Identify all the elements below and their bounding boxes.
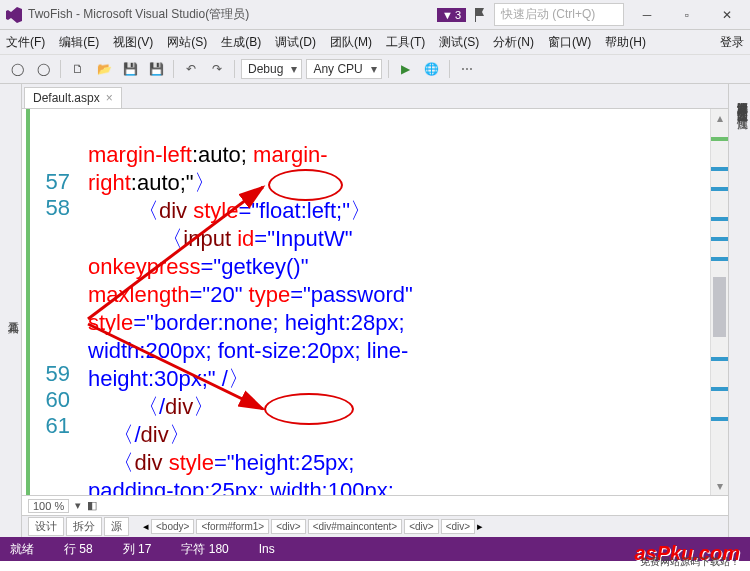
breadcrumb[interactable]: <form#form1> bbox=[196, 519, 269, 534]
breadcrumb[interactable]: <body> bbox=[151, 519, 194, 534]
menu-window[interactable]: 窗口(W) bbox=[548, 34, 591, 51]
browser-icon[interactable]: 🌐 bbox=[421, 58, 443, 80]
breadcrumb[interactable]: <div> bbox=[404, 519, 438, 534]
properties-tab[interactable]: 属性 bbox=[729, 106, 750, 114]
platform-dropdown[interactable]: Any CPU bbox=[306, 59, 381, 79]
menu-site[interactable]: 网站(S) bbox=[167, 34, 207, 51]
editor-tabbar: Default.aspx × bbox=[22, 84, 728, 108]
annotation-circle-1 bbox=[268, 169, 343, 201]
config-dropdown[interactable]: Debug bbox=[241, 59, 302, 79]
breadcrumb[interactable]: <div> bbox=[441, 519, 475, 534]
titlebar: TwoFish - Microsoft Visual Studio(管理员) ▼… bbox=[0, 0, 750, 30]
map-icon[interactable]: ◧ bbox=[87, 499, 97, 512]
crumb-nav-left-icon[interactable]: ◂ bbox=[143, 520, 149, 533]
breadcrumb[interactable]: <div> bbox=[271, 519, 305, 534]
login-link[interactable]: 登录 bbox=[720, 34, 744, 51]
tab-label: Default.aspx bbox=[33, 91, 100, 105]
forward-icon[interactable]: ◯ bbox=[32, 58, 54, 80]
save-all-icon[interactable]: 💾 bbox=[145, 58, 167, 80]
back-icon[interactable]: ◯ bbox=[6, 58, 28, 80]
menu-debug[interactable]: 调试(D) bbox=[275, 34, 316, 51]
redo-icon[interactable]: ↷ bbox=[206, 58, 228, 80]
scroll-down-icon[interactable]: ▾ bbox=[711, 477, 728, 495]
menu-team[interactable]: 团队(M) bbox=[330, 34, 372, 51]
zoom-level[interactable]: 100 % bbox=[28, 499, 69, 513]
status-ready: 就绪 bbox=[10, 541, 34, 558]
run-icon[interactable]: ▶ bbox=[395, 58, 417, 80]
status-char: 字符 180 bbox=[181, 541, 228, 558]
status-ins: Ins bbox=[259, 542, 275, 556]
right-tool-tabs: 解决方案资源管理器 团队资源管理器 属性 bbox=[728, 84, 750, 537]
unknown-icon[interactable]: ⋯ bbox=[456, 58, 478, 80]
notification-badge[interactable]: ▼3 bbox=[437, 8, 466, 22]
tab-split[interactable]: 拆分 bbox=[66, 517, 102, 536]
close-button[interactable]: ✕ bbox=[710, 2, 744, 27]
minimize-button[interactable]: ─ bbox=[630, 2, 664, 27]
solution-explorer-tab[interactable]: 解决方案资源管理器 bbox=[729, 90, 750, 98]
status-col: 列 17 bbox=[123, 541, 152, 558]
editor-zoombar: 100 % ▾ ◧ bbox=[22, 495, 728, 515]
tab-source[interactable]: 源 bbox=[104, 517, 129, 536]
undo-icon[interactable]: ↶ bbox=[180, 58, 202, 80]
editor-tab[interactable]: Default.aspx × bbox=[24, 87, 122, 108]
menu-build[interactable]: 生成(B) bbox=[221, 34, 261, 51]
crumb-nav-right-icon[interactable]: ▸ bbox=[477, 520, 483, 533]
quick-launch-input[interactable]: 快速启动 (Ctrl+Q) bbox=[494, 3, 624, 26]
menu-file[interactable]: 文件(F) bbox=[6, 34, 45, 51]
watermark-text: 免费网站源码下载站！ bbox=[640, 555, 740, 569]
annotation-circle-2 bbox=[264, 393, 354, 425]
editor-view-tabs: 设计 拆分 源 ◂ <body> <form#form1> <div> <div… bbox=[22, 515, 728, 537]
team-explorer-tab[interactable]: 团队资源管理器 bbox=[729, 98, 750, 106]
toolbox-panel-tab[interactable]: 工具箱 bbox=[0, 84, 22, 537]
menu-edit[interactable]: 编辑(E) bbox=[59, 34, 99, 51]
maximize-button[interactable]: ▫ bbox=[670, 2, 704, 27]
line-gutter: 57 58 59 60 61 bbox=[22, 109, 78, 495]
flag-icon[interactable] bbox=[472, 7, 488, 23]
menu-test[interactable]: 测试(S) bbox=[439, 34, 479, 51]
window-title: TwoFish - Microsoft Visual Studio(管理员) bbox=[28, 6, 437, 23]
vs-icon bbox=[6, 7, 22, 23]
toolbar: ◯ ◯ 🗋 📂 💾 💾 ↶ ↷ Debug Any CPU ▶ 🌐 ⋯ bbox=[0, 54, 750, 84]
scroll-thumb[interactable] bbox=[713, 277, 726, 337]
menubar: 文件(F) 编辑(E) 视图(V) 网站(S) 生成(B) 调试(D) 团队(M… bbox=[0, 30, 750, 54]
zoom-dropdown-icon[interactable]: ▾ bbox=[75, 499, 81, 512]
vertical-scrollbar[interactable]: ▴ ▾ bbox=[710, 109, 728, 495]
code-content[interactable]: margin-left:auto; margin- right:auto;"〉 … bbox=[78, 109, 710, 495]
open-icon[interactable]: 📂 bbox=[93, 58, 115, 80]
new-project-icon[interactable]: 🗋 bbox=[67, 58, 89, 80]
menu-analyze[interactable]: 分析(N) bbox=[493, 34, 534, 51]
menu-help[interactable]: 帮助(H) bbox=[605, 34, 646, 51]
menu-tools[interactable]: 工具(T) bbox=[386, 34, 425, 51]
tab-design[interactable]: 设计 bbox=[28, 517, 64, 536]
save-icon[interactable]: 💾 bbox=[119, 58, 141, 80]
menu-view[interactable]: 视图(V) bbox=[113, 34, 153, 51]
status-line: 行 58 bbox=[64, 541, 93, 558]
breadcrumb[interactable]: <div#maincontent> bbox=[308, 519, 403, 534]
scroll-up-icon[interactable]: ▴ bbox=[711, 109, 728, 127]
tab-close-icon[interactable]: × bbox=[106, 91, 113, 105]
code-editor[interactable]: 57 58 59 60 61 margin-left:auto; margin-… bbox=[22, 108, 728, 495]
